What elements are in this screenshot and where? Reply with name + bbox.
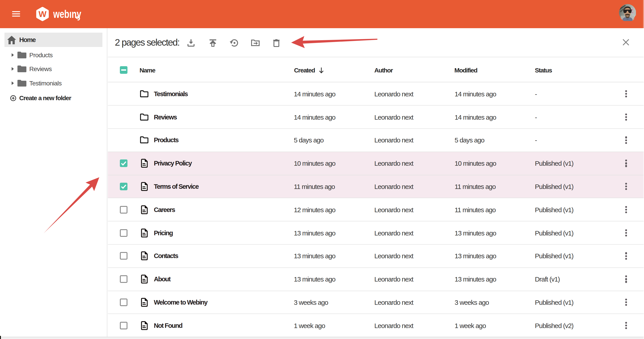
svg-text:W: W — [38, 10, 46, 19]
